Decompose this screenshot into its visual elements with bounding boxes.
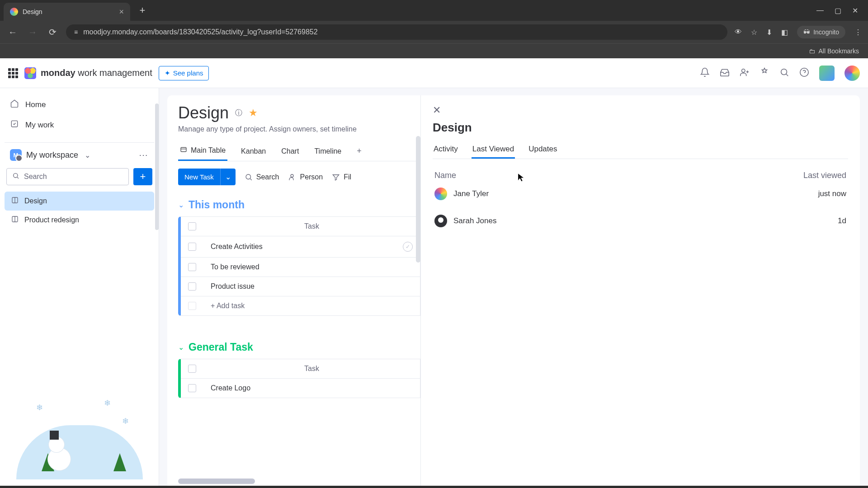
tracking-icon[interactable]: 👁 — [735, 28, 742, 36]
apps-icon[interactable] — [760, 67, 769, 79]
svg-point-2 — [800, 68, 808, 76]
info-icon[interactable]: ⓘ — [235, 108, 242, 118]
add-board-button[interactable]: + — [133, 168, 152, 185]
sidebar-board-design[interactable]: Design — [5, 192, 154, 211]
panel-title: Design — [433, 121, 848, 135]
tab-chart[interactable]: Chart — [279, 141, 301, 161]
forward-button[interactable]: → — [26, 27, 39, 38]
site-info-icon[interactable]: ≡ — [74, 28, 78, 36]
tab-close-icon[interactable]: × — [119, 7, 124, 17]
close-window-icon[interactable]: ✕ — [852, 6, 858, 15]
toolbar-search[interactable]: Search — [245, 173, 279, 181]
new-task-button[interactable]: New Task ⌄ — [178, 169, 236, 185]
board-label: Design — [24, 197, 47, 205]
table-header: Task — [181, 359, 420, 379]
sidebar-item-mywork[interactable]: My work — [5, 115, 154, 135]
sidebar-item-label: My work — [25, 121, 54, 130]
viewer-row[interactable]: Sarah Jones 1d — [433, 207, 848, 235]
tab-activity[interactable]: Activity — [433, 141, 459, 159]
tab-last-viewed[interactable]: Last Viewed — [472, 141, 515, 159]
select-all-checkbox[interactable] — [188, 222, 196, 230]
board-description: Manage any type of project. Assign owner… — [178, 125, 420, 133]
star-icon[interactable]: ★ — [249, 107, 258, 119]
add-task-label: + Add task — [211, 302, 245, 310]
task-expand-icon[interactable]: ✓ — [403, 242, 413, 252]
brand[interactable]: monday work management — [24, 67, 152, 79]
table-row[interactable]: Create Activities✓ — [181, 236, 420, 258]
table-row[interactable]: Create Logo — [181, 379, 420, 398]
tab-updates[interactable]: Updates — [528, 141, 558, 159]
close-panel-button[interactable]: ✕ — [433, 104, 441, 116]
board-scrollbar[interactable] — [416, 136, 420, 263]
chevron-down-icon[interactable]: ⌄ — [178, 201, 184, 209]
sidebar-search-row: Search + — [5, 165, 154, 192]
download-icon[interactable]: ⬇ — [766, 28, 772, 37]
inbox-icon[interactable] — [720, 67, 730, 79]
row-checkbox[interactable] — [188, 263, 196, 271]
add-task-row[interactable]: + Add task — [181, 296, 420, 315]
row-checkbox[interactable] — [188, 302, 196, 310]
panel-tabs: Activity Last Viewed Updates — [433, 141, 848, 159]
sidebar-board-product-redesign[interactable]: Product redesign — [5, 211, 154, 230]
reload-button[interactable]: ⟳ — [46, 27, 59, 38]
horizontal-scrollbar[interactable] — [178, 479, 255, 484]
sidebar-scrollbar[interactable] — [155, 103, 159, 230]
svg-point-8 — [246, 174, 251, 179]
search-icon[interactable] — [779, 67, 789, 79]
settings-gear-icon[interactable] — [844, 66, 860, 81]
table-row[interactable]: To be reviewed — [181, 258, 420, 277]
tab-timeline[interactable]: Timeline — [312, 141, 343, 161]
apps-menu-icon[interactable] — [8, 68, 18, 78]
bookmark-star-icon[interactable]: ☆ — [751, 28, 757, 37]
all-bookmarks-button[interactable]: 🗀 All Bookmarks — [809, 47, 859, 55]
tab-main-table[interactable]: Main Table — [178, 141, 227, 161]
browser-menu-icon[interactable]: ⋮ — [854, 28, 862, 37]
app-body: Home My work M My workspace ⌄ ⋯ Search + — [0, 88, 868, 486]
maximize-icon[interactable]: ▢ — [835, 6, 841, 15]
brand-name: monday work management — [41, 68, 152, 78]
row-checkbox[interactable] — [188, 384, 196, 392]
sparkle-icon: ✦ — [165, 69, 170, 77]
board-icon — [11, 215, 19, 225]
viewer-row[interactable]: Jane Tyler just now — [433, 180, 848, 207]
group-header[interactable]: ⌄ This month — [178, 196, 420, 214]
board-toolbar: New Task ⌄ Search Person Fil — [178, 161, 420, 192]
see-plans-button[interactable]: ✦ See plans — [159, 66, 209, 80]
row-checkbox[interactable] — [188, 243, 196, 251]
user-avatar[interactable] — [819, 66, 835, 81]
sidepanel-icon[interactable]: ◧ — [781, 28, 788, 37]
browser-tab[interactable]: Design × — [4, 3, 130, 21]
viewer-time: 1d — [838, 216, 846, 225]
minimize-icon[interactable]: — — [816, 6, 824, 15]
workspace-more-icon[interactable]: ⋯ — [139, 150, 149, 160]
select-all-checkbox[interactable] — [188, 365, 196, 373]
tab-kanban[interactable]: Kanban — [239, 141, 268, 161]
toolbar-person[interactable]: Person — [288, 173, 323, 181]
url-actions: 👁 ☆ ⬇ ◧ 🕶 Incognito ⋮ — [735, 26, 862, 38]
back-button[interactable]: ← — [6, 27, 19, 38]
mywork-icon — [10, 119, 19, 131]
incognito-icon: 🕶 — [803, 28, 810, 36]
invite-icon[interactable] — [740, 67, 750, 79]
chevron-down-icon[interactable]: ⌄ — [85, 151, 90, 160]
chevron-down-icon[interactable]: ⌄ — [220, 169, 236, 185]
address-bar[interactable]: ≡ moodjoy.monday.com/boards/1830420525/a… — [66, 24, 727, 40]
row-checkbox[interactable] — [188, 282, 196, 291]
sidebar-item-home[interactable]: Home — [5, 94, 154, 115]
board-title: Design — [178, 103, 229, 122]
help-icon[interactable] — [799, 67, 809, 79]
viewer-name: Jane Tyler — [453, 189, 489, 198]
viewer-name: Sarah Jones — [453, 216, 496, 225]
sidebar-search-input[interactable]: Search — [6, 168, 129, 185]
group-header[interactable]: ⌄ General Task — [178, 338, 420, 356]
viewer-time: just now — [818, 189, 846, 198]
svg-point-0 — [742, 69, 745, 72]
chevron-down-icon[interactable]: ⌄ — [178, 343, 184, 352]
add-view-button[interactable]: + — [355, 141, 363, 161]
notifications-icon[interactable] — [700, 67, 710, 79]
new-tab-button[interactable]: + — [136, 4, 149, 17]
incognito-badge[interactable]: 🕶 Incognito — [797, 26, 845, 38]
table-row[interactable]: Product issue — [181, 277, 420, 296]
workspace-header[interactable]: M My workspace ⌄ ⋯ — [5, 142, 154, 165]
toolbar-filter[interactable]: Fil — [332, 173, 351, 181]
